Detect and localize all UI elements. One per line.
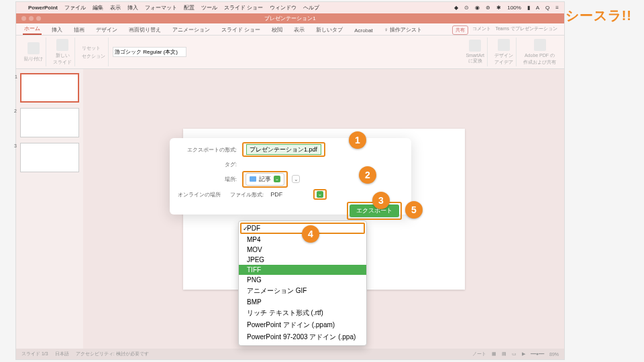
callout-5: 5 — [405, 201, 423, 219]
bluetooth-icon[interactable]: ✱ — [496, 5, 501, 11]
app-name[interactable]: PowerPoint — [28, 5, 58, 11]
location-select[interactable]: 記事 ⌄ — [246, 173, 284, 186]
mac-menubar: PowerPoint ファイル 編集 表示 挿入 フォーマット 配置 ツール ス… — [16, 2, 564, 13]
dropdown-item-png[interactable]: PNG — [239, 275, 366, 285]
tab-insert[interactable]: 挿入 — [50, 25, 64, 35]
format-select-highlight: ⌄ — [313, 189, 327, 200]
menu-help[interactable]: ヘルプ — [303, 4, 319, 11]
menu-arrange[interactable]: 配置 — [184, 4, 195, 11]
menu-slideshow[interactable]: スライド ショー — [224, 4, 263, 11]
tab-review[interactable]: 校閲 — [270, 25, 284, 35]
design-ideas-label: デザイン アイデア — [494, 52, 513, 66]
tab-view[interactable]: 表示 — [292, 25, 306, 35]
notes-button[interactable]: ノート — [472, 351, 486, 357]
tab-home[interactable]: ホーム — [23, 23, 42, 35]
format-chevron-icon[interactable]: ⌄ — [317, 191, 323, 198]
wifi-icon[interactable]: ⊚ — [486, 5, 490, 11]
dropdown-item-ppam[interactable]: PowerPoint アドイン (.ppam) — [239, 319, 366, 331]
view-normal-icon[interactable]: ▦ — [492, 351, 496, 357]
menu-format[interactable]: フォーマット — [145, 4, 177, 11]
status-icon[interactable]: ⊙ — [464, 5, 469, 11]
language[interactable]: 日本語 — [55, 351, 69, 357]
share-button[interactable]: 共有 — [452, 25, 468, 35]
folder-icon — [250, 176, 256, 182]
chevron-updown-icon: ⌄ — [274, 176, 280, 182]
dropbox-icon[interactable]: ◆ — [454, 5, 458, 11]
dropdown-item-gif[interactable]: アニメーション GIF — [239, 285, 366, 297]
tab-animation[interactable]: アニメーション — [171, 25, 211, 35]
control-center-icon[interactable]: ≡ — [555, 5, 559, 11]
menu-view[interactable]: 表示 — [110, 4, 121, 11]
reset-button[interactable]: リセット — [82, 45, 101, 52]
zoom-slider[interactable]: ━━●━━ — [531, 351, 544, 357]
location-highlight: 記事 ⌄ — [242, 171, 288, 188]
view-sorter-icon[interactable]: ▤ — [502, 351, 506, 357]
thumb-3[interactable]: 3 — [20, 143, 79, 172]
design-ideas-icon[interactable] — [498, 39, 510, 51]
brand-logo: シースラ!! — [566, 7, 632, 25]
zoom-value[interactable]: 89% — [549, 352, 559, 357]
accessibility[interactable]: アクセシビリティ: 検討が必要です — [76, 351, 149, 357]
filename-highlight — [242, 142, 325, 157]
menu-edit[interactable]: 編集 — [93, 4, 103, 11]
tab-transition[interactable]: 画面切り替え — [127, 25, 162, 35]
input-icon[interactable]: A — [536, 5, 539, 11]
battery-icon[interactable]: ▮ — [527, 5, 530, 11]
menu-window[interactable]: ウィンドウ — [270, 4, 297, 11]
slide-counter: スライド 1/3 — [21, 351, 48, 357]
tab-draw[interactable]: 描画 — [72, 25, 86, 35]
tell-me[interactable]: ♀ 操作アシスト — [383, 25, 423, 35]
adobe-icon[interactable] — [534, 39, 546, 51]
online-location[interactable]: オンラインの場所 — [178, 191, 221, 198]
new-slide-icon[interactable] — [56, 39, 68, 51]
dropdown-item-bmp[interactable]: BMP — [239, 297, 366, 307]
section-button[interactable]: セクション — [82, 53, 105, 60]
smartart-label: SmartArt に変換 — [466, 53, 484, 64]
minimize-icon[interactable] — [29, 16, 34, 21]
menu-tool[interactable]: ツール — [201, 4, 217, 11]
cloud-icon[interactable]: ◉ — [475, 5, 480, 11]
status-bar: スライド 1/3 日本語 アクセシビリティ: 検討が必要です ノート ▦ ▤ ▭… — [16, 349, 564, 359]
tab-slideshow[interactable]: スライド ショー — [220, 25, 262, 35]
window-title: プレゼンテーション1 — [264, 15, 315, 22]
search-icon[interactable]: Q — [545, 5, 549, 11]
tab-new[interactable]: 新しいタブ — [315, 25, 344, 35]
filename-input[interactable] — [246, 144, 321, 155]
menu-file[interactable]: ファイル — [64, 4, 86, 11]
location-value: 記事 — [259, 175, 271, 184]
tag-label: タグ: — [178, 161, 242, 168]
expand-button[interactable]: ⌄ — [292, 175, 300, 183]
tab-design[interactable]: デザイン — [95, 25, 119, 35]
slide-thumbnails: 1 2 3 — [16, 69, 83, 349]
font-select[interactable] — [113, 47, 186, 57]
smartart-icon[interactable] — [469, 40, 481, 52]
format-dropdown[interactable]: ✓PDF MP4 MOV JPEG TIFF PNG アニメーション GIF B… — [238, 221, 367, 346]
comment-button[interactable]: コメント — [472, 25, 491, 35]
dropdown-item-rtf[interactable]: リッチ テキスト形式 (.rtf) — [239, 307, 366, 319]
adobe-label: Adobe PDF の 作成および共有 — [523, 52, 556, 66]
export-name-label: エクスポートの形式: — [178, 146, 242, 154]
callout-2: 2 — [359, 166, 376, 184]
new-slide-label: 新しい スライド — [53, 52, 72, 66]
menu-insert[interactable]: 挿入 — [127, 4, 138, 11]
view-slideshow-icon[interactable]: ▶ — [522, 351, 525, 357]
dropdown-item-mov[interactable]: MOV — [239, 245, 366, 255]
callout-4: 4 — [302, 225, 319, 243]
format-value: PDF — [268, 191, 309, 198]
dropdown-item-jpeg[interactable]: JPEG — [239, 255, 366, 265]
close-icon[interactable] — [21, 16, 26, 21]
callout-3: 3 — [372, 192, 390, 209]
dropdown-item-ppa[interactable]: PowerPoint 97-2003 アドイン (.ppa) — [239, 331, 366, 343]
teams-button[interactable]: Teams でプレゼンテーション — [495, 25, 557, 35]
ribbon-toolbar: 貼り付け 新しい スライド リセット セクション SmartArt に変換 デザ… — [16, 36, 564, 69]
callout-1: 1 — [349, 131, 366, 149]
maximize-icon[interactable] — [36, 16, 41, 21]
thumb-2[interactable]: 2 — [20, 108, 79, 137]
view-reading-icon[interactable]: ▭ — [512, 351, 517, 357]
thumb-1[interactable]: 1 — [20, 73, 79, 103]
battery-text: 100% — [507, 5, 521, 11]
dropdown-item-tiff[interactable]: TIFF — [239, 265, 366, 275]
paste-icon[interactable] — [28, 42, 40, 54]
ribbon-tabs: ホーム 挿入 描画 デザイン 画面切り替え アニメーション スライド ショー 校… — [16, 23, 564, 36]
tab-acrobat[interactable]: Acrobat — [353, 26, 374, 35]
